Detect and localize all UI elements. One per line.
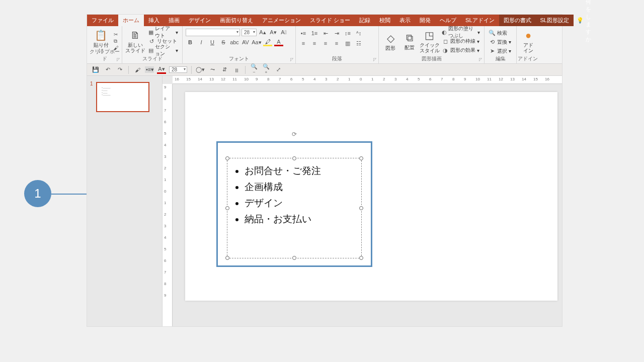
cut-icon[interactable]: ✂ bbox=[114, 32, 119, 37]
font-color-icon[interactable]: A bbox=[274, 38, 283, 46]
align-right-icon[interactable]: ≡ bbox=[321, 39, 330, 47]
distribute-qat-icon[interactable]: ⫼ bbox=[232, 67, 241, 73]
tab-developer[interactable]: 開発 bbox=[415, 15, 435, 26]
font-size-combo[interactable]: 28 bbox=[242, 29, 257, 36]
bullet-item[interactable]: 企画構成 bbox=[245, 180, 361, 194]
tab-record[interactable]: 記録 bbox=[355, 15, 375, 26]
smartart-icon[interactable]: ☷ bbox=[354, 39, 363, 47]
redo-icon[interactable]: ↷ bbox=[115, 66, 124, 73]
select-button[interactable]: ➤選択 ▾ bbox=[488, 47, 513, 55]
bullet-item[interactable]: 納品・お支払い bbox=[245, 213, 361, 226]
increase-font-icon[interactable]: A▴ bbox=[258, 28, 267, 36]
dialog-launcher-paragraph-icon[interactable]: ◸ bbox=[373, 57, 376, 62]
addins-icon: ● bbox=[525, 30, 531, 41]
font-name-combo[interactable] bbox=[186, 29, 240, 36]
resize-handle-sw[interactable] bbox=[225, 256, 229, 260]
find-button[interactable]: 🔍検索 bbox=[488, 29, 513, 37]
tab-transitions[interactable]: 画面切り替え bbox=[215, 15, 258, 26]
zoom-fit-icon[interactable]: ⤢ bbox=[274, 66, 283, 73]
selected-shape[interactable]: ⟳ bbox=[216, 141, 372, 267]
resize-handle-nw[interactable] bbox=[225, 156, 229, 160]
slide-canvas[interactable]: ⟳ bbox=[185, 92, 557, 301]
numbering-icon[interactable]: 1≡ bbox=[310, 29, 319, 37]
resize-handle-ne[interactable] bbox=[359, 156, 363, 160]
shape-fill-button[interactable]: ◐図形の塗りつぶし ▾ bbox=[441, 28, 481, 37]
tab-sl-addin[interactable]: SLアドイン bbox=[461, 15, 499, 26]
columns-icon[interactable]: ▥ bbox=[343, 39, 352, 47]
layout-button[interactable]: ▦レイアウト ▾ bbox=[147, 28, 179, 37]
shadow-button[interactable]: abc bbox=[230, 38, 239, 46]
indent-icon[interactable]: ⇥ bbox=[332, 29, 341, 37]
resize-handle-w[interactable] bbox=[225, 206, 229, 210]
slide-thumbnails-pane[interactable]: 1 • —————• ———• ———• ————— bbox=[87, 76, 163, 326]
layout-icon: ▦ bbox=[148, 29, 154, 36]
tab-review[interactable]: 校閲 bbox=[375, 15, 395, 26]
font-color-qat-icon[interactable]: A▾ bbox=[157, 66, 166, 74]
quick-styles-button[interactable]: ◳クイック スタイル bbox=[420, 27, 439, 55]
outdent-icon[interactable]: ⇤ bbox=[321, 29, 330, 37]
justify-icon[interactable]: ≡ bbox=[332, 39, 341, 47]
tell-me-box[interactable]: 💡 何をしますか bbox=[574, 15, 594, 26]
dialog-launcher-font-icon[interactable]: ◸ bbox=[290, 57, 293, 62]
dialog-launcher-drawing-icon[interactable]: ◸ bbox=[479, 57, 482, 62]
tab-shape-format[interactable]: 図形の書式 bbox=[499, 15, 536, 26]
align-qat-icon[interactable]: ⇵ bbox=[220, 66, 229, 73]
save-icon[interactable]: 💾 bbox=[91, 66, 100, 73]
text-direction-icon[interactable]: ᴬ↕ bbox=[354, 29, 363, 37]
strike-button[interactable]: S bbox=[219, 38, 228, 46]
char-spacing-icon[interactable]: AV bbox=[241, 38, 250, 46]
tab-view[interactable]: 表示 bbox=[395, 15, 415, 26]
text-box-inner[interactable]: お問合せ・ご発注 企画構成 デザイン 納品・お支払い bbox=[227, 158, 362, 258]
rotate-handle-icon[interactable]: ⟳ bbox=[292, 131, 297, 138]
tab-slideshow[interactable]: スライド ショー bbox=[305, 15, 355, 26]
change-case-icon[interactable]: Aa▾ bbox=[252, 38, 261, 46]
underline-button[interactable]: U bbox=[208, 38, 217, 46]
align-left-icon[interactable]: ≡ bbox=[299, 39, 308, 47]
connector-qat-icon[interactable]: ⤳ bbox=[208, 66, 217, 73]
copy-icon[interactable]: ⧉ bbox=[114, 38, 119, 44]
group-label-drawing: 図形描画 bbox=[379, 55, 484, 62]
tab-home[interactable]: ホーム bbox=[118, 15, 144, 26]
slide-thumbnail-1[interactable]: • —————• ———• ———• ————— bbox=[96, 82, 149, 112]
shape-outline-button[interactable]: ◻図形の枠線 ▾ bbox=[441, 37, 481, 46]
shape-effects-button[interactable]: ◑図形の効果 ▾ bbox=[441, 46, 481, 55]
ribbon-home: 📋 貼り付け ✂ ⧉ 🖌 クリップボード ◸ 🗎 新 bbox=[87, 26, 562, 64]
resize-handle-e[interactable] bbox=[359, 206, 363, 210]
italic-button[interactable]: I bbox=[197, 38, 206, 46]
font-size-qat-combo[interactable]: 28 bbox=[169, 66, 187, 73]
shape-qat-icon[interactable]: ◯▾ bbox=[196, 66, 205, 73]
tell-me-placeholder: 何をしますか bbox=[586, 0, 591, 43]
tab-draw[interactable]: 描画 bbox=[164, 15, 184, 26]
bullet-item[interactable]: お問合せ・ご発注 bbox=[245, 164, 361, 177]
format-painter-qat-icon[interactable]: 🖌 bbox=[133, 67, 142, 73]
tab-insert[interactable]: 挿入 bbox=[144, 15, 164, 26]
shapes-button[interactable]: ◇図形 bbox=[382, 27, 399, 55]
line-spacing-icon[interactable]: ↕≡ bbox=[343, 29, 352, 37]
tab-animations[interactable]: アニメーション bbox=[258, 15, 305, 26]
undo-icon[interactable]: ↶ bbox=[103, 66, 112, 73]
tab-help[interactable]: ヘルプ bbox=[435, 15, 461, 26]
decrease-font-icon[interactable]: A▾ bbox=[269, 28, 278, 36]
zoom-out-icon[interactable]: 🔍⁻ bbox=[250, 63, 259, 76]
tab-file[interactable]: ファイル bbox=[87, 15, 118, 26]
dialog-launcher-clipboard-icon[interactable]: ◸ bbox=[117, 57, 120, 62]
addins-button[interactable]: ●アド イン bbox=[520, 27, 537, 55]
bullets-qat-icon[interactable]: •≡▾ bbox=[145, 66, 154, 73]
section-button[interactable]: ▤セクション ▾ bbox=[147, 46, 179, 55]
bullets-icon[interactable]: •≡ bbox=[299, 29, 308, 37]
clipboard-icon: 📋 bbox=[95, 29, 107, 41]
resize-handle-se[interactable] bbox=[359, 256, 363, 260]
bold-button[interactable]: B bbox=[186, 38, 195, 46]
align-center-icon[interactable]: ≡ bbox=[310, 39, 319, 47]
replace-button[interactable]: ⟲置換 ▾ bbox=[488, 38, 513, 46]
new-slide-button[interactable]: 🗎 新しい スライド bbox=[125, 27, 145, 55]
resize-handle-n[interactable] bbox=[292, 156, 296, 160]
zoom-in-icon[interactable]: 🔍⁺ bbox=[262, 63, 271, 76]
tab-design[interactable]: デザイン bbox=[184, 15, 215, 26]
clear-format-icon[interactable]: A⃠ bbox=[279, 28, 288, 36]
arrange-button[interactable]: ⧉配置 bbox=[401, 27, 418, 55]
highlight-icon[interactable]: 🖍 bbox=[263, 38, 272, 46]
bullet-item[interactable]: デザイン bbox=[245, 197, 361, 210]
resize-handle-s[interactable] bbox=[292, 256, 296, 260]
tab-sl-shape-settings[interactable]: SL図形設定 bbox=[536, 15, 574, 26]
